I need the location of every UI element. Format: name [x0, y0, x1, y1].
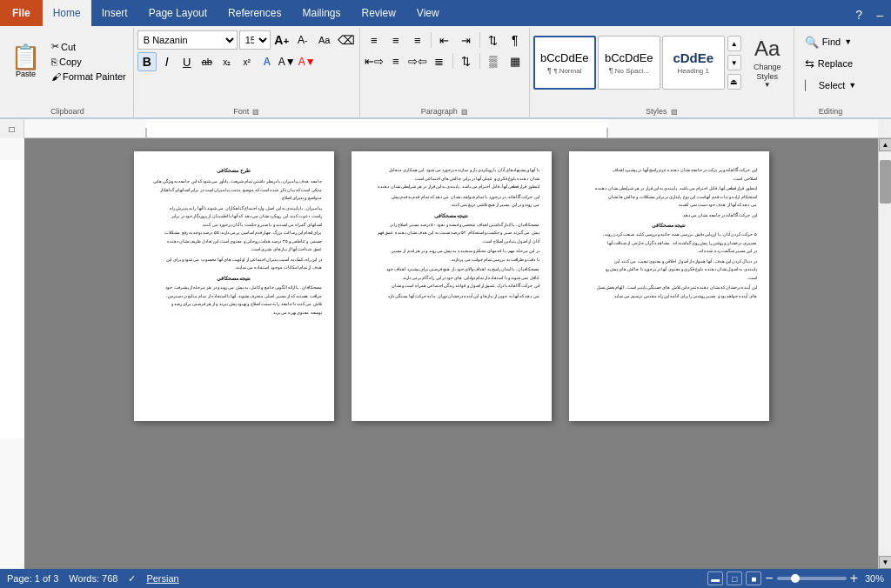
paragraph-group: ≡ ≡ ≡ ⇤ ⇥ ⇅ ¶ ⇤⇨ ≡ ⇨⇦ ≣ ⇅ ▒ ▦: [360, 28, 530, 117]
no-spacing-style-preview: bCcDdEe: [605, 51, 653, 64]
paragraph-expand-icon[interactable]: ▧: [461, 108, 468, 116]
paste-button[interactable]: 📋 Paste: [5, 42, 46, 82]
styles-group: bCcDdEe ¶ ¶ Normal bCcDdEe ¶ No Spaci...…: [530, 28, 794, 117]
scroll-up-button[interactable]: ▲: [879, 138, 891, 151]
page-3: این حرکت آگاهانه و پر برکت در جامعه نشان…: [569, 151, 769, 421]
font-group: B Nazanin 15 A+ A- Aa ⌫ B I U ab x₂ x² A…: [134, 28, 360, 117]
tab-insert[interactable]: Insert: [91, 0, 138, 26]
view-full-screen[interactable]: □: [727, 571, 742, 585]
view-print-layout[interactable]: ▬: [707, 571, 723, 585]
scroll-thumb[interactable]: [880, 160, 891, 204]
styles-expand-icon[interactable]: ▧: [671, 108, 678, 116]
find-icon: 🔍: [805, 36, 819, 49]
no-spacing-style-label: ¶ No Spaci...: [609, 66, 649, 75]
style-no-spacing[interactable]: bCcDdEe ¶ No Spaci...: [598, 36, 660, 90]
horizontal-ruler: [24, 119, 878, 137]
bullets-button[interactable]: ≡: [364, 30, 385, 50]
style-heading1[interactable]: cDdEe Heading 1: [662, 36, 725, 90]
show-marks-button[interactable]: ¶: [505, 30, 526, 50]
tab-references[interactable]: References: [218, 0, 291, 26]
svg-rect-5: [0, 160, 24, 438]
select-button[interactable]: ⎸ Select ▼: [800, 76, 862, 95]
zoom-out-button[interactable]: −: [765, 571, 773, 585]
shrink-font-button[interactable]: A-: [293, 30, 312, 50]
cut-button[interactable]: ✂ Cut: [48, 39, 130, 54]
scissors-icon: ✂: [51, 41, 59, 52]
minimize-icon[interactable]: ‒: [869, 3, 891, 26]
text-effects-button[interactable]: A: [258, 52, 277, 71]
paste-icon: 📋: [10, 45, 41, 70]
vertical-scrollbar[interactable]: ▲ ▼: [878, 138, 891, 569]
words-info: Words: 768: [69, 573, 117, 584]
view-web-layout[interactable]: ■: [746, 571, 761, 585]
numbering-button[interactable]: ≡: [385, 30, 406, 50]
decrease-indent-button[interactable]: ⇤: [434, 30, 455, 50]
document-area: طرح مصحکافی جامعه هدف پیامبران، با درنظر…: [24, 138, 878, 569]
file-tab-label: File: [12, 7, 30, 19]
superscript-button[interactable]: x²: [238, 52, 257, 71]
tab-review[interactable]: Review: [351, 0, 405, 26]
increase-indent-button[interactable]: ⇥: [456, 30, 477, 50]
change-case-button[interactable]: Aa: [314, 30, 335, 50]
highlight-button[interactable]: A▼: [278, 52, 297, 71]
copy-icon: ⎘: [51, 57, 57, 67]
clipboard-group-label: Clipboard: [5, 107, 130, 117]
italic-button[interactable]: I: [157, 52, 177, 71]
scroll-down-button[interactable]: ▼: [879, 556, 891, 569]
align-right-button[interactable]: ⇨⇦: [407, 51, 428, 70]
multilevel-button[interactable]: ≡: [407, 30, 428, 50]
find-button[interactable]: 🔍 Find ▼: [800, 32, 862, 51]
vertical-ruler: [0, 138, 24, 569]
style-normal[interactable]: bCcDdEe ¶ ¶ Normal: [533, 36, 596, 90]
help-icon[interactable]: ?: [848, 3, 869, 26]
scrollbar-top-right: [878, 119, 891, 137]
align-left-button[interactable]: ⇤⇨: [364, 51, 385, 70]
change-styles-dropdown-icon: ▼: [764, 81, 771, 89]
styles-expand-button[interactable]: ⏏: [727, 74, 741, 90]
change-styles-button[interactable]: Aa ChangeStyles ▼: [745, 36, 790, 90]
status-bar: Page: 1 of 3 Words: 768 ✓ Persian ▬ □ ■ …: [0, 569, 891, 588]
font-color-button[interactable]: A▼: [298, 52, 317, 71]
copy-button[interactable]: ⎘ Copy: [48, 55, 130, 69]
clear-format-button[interactable]: ⌫: [337, 30, 356, 50]
strikethrough-button[interactable]: ab: [198, 52, 217, 71]
normal-style-preview: bCcDdEe: [540, 51, 589, 64]
font-size-select[interactable]: 15: [239, 30, 271, 50]
grow-font-button[interactable]: A+: [272, 30, 291, 50]
normal-style-label: ¶ ¶ Normal: [547, 66, 581, 75]
clipboard-group: 📋 Paste ✂ Cut ⎘ Copy 🖌 Format Painter Cl…: [2, 28, 134, 117]
font-expand-icon[interactable]: ▧: [252, 108, 259, 116]
find-dropdown-icon: ▼: [844, 37, 852, 46]
underline-button[interactable]: U: [178, 52, 197, 71]
align-center-button[interactable]: ≡: [385, 51, 406, 70]
editing-group-label: Editing: [800, 107, 862, 117]
language-button[interactable]: Persian: [146, 573, 178, 584]
bold-button[interactable]: B: [137, 52, 157, 71]
scroll-track[interactable]: [879, 151, 891, 556]
shading-button[interactable]: ▒: [483, 51, 504, 70]
justify-button[interactable]: ≣: [429, 51, 450, 70]
font-name-select[interactable]: B Nazanin: [137, 30, 238, 50]
styles-down-button[interactable]: ▼: [727, 55, 741, 70]
zoom-in-button[interactable]: +: [850, 571, 858, 585]
sort-button[interactable]: ⇅: [483, 30, 504, 50]
styles-up-button[interactable]: ▲: [727, 36, 741, 51]
tab-page-layout[interactable]: Page Layout: [138, 0, 218, 26]
replace-icon: ⇆: [805, 57, 814, 70]
proofing-icon[interactable]: ✓: [128, 573, 136, 585]
change-styles-icon: Aa: [754, 37, 780, 61]
ruler-corner[interactable]: □: [0, 119, 24, 138]
tab-home[interactable]: Home: [43, 0, 91, 26]
replace-button[interactable]: ⇆ Replace: [800, 54, 862, 73]
line-spacing-button[interactable]: ⇅: [456, 51, 477, 70]
format-painter-button[interactable]: 🖌 Format Painter: [48, 70, 130, 84]
zoom-level: 30%: [865, 573, 884, 584]
borders-button[interactable]: ▦: [505, 51, 526, 70]
zoom-slider[interactable]: [777, 577, 847, 580]
tab-view[interactable]: View: [406, 0, 450, 26]
page-1: طرح مصحکافی جامعه هدف پیامبران، با درنظر…: [134, 151, 334, 421]
tab-mailings[interactable]: Mailings: [291, 0, 351, 26]
subscript-button[interactable]: x₂: [218, 52, 237, 71]
file-tab-button[interactable]: File: [0, 0, 43, 26]
page-2: با آنها و پیشنهادهای آنان با رویکردی باز…: [352, 151, 552, 421]
